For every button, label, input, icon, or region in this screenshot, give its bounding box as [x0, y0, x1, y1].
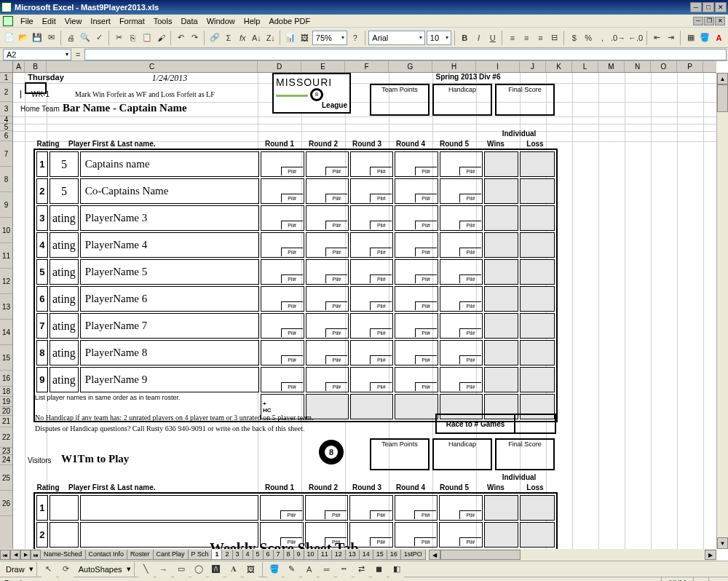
wins-cell[interactable] — [484, 232, 518, 258]
select-all-cell[interactable] — [0, 61, 13, 73]
row-13[interactable]: 13 — [0, 294, 12, 320]
round-5-cell[interactable]: Pil# — [440, 340, 483, 365]
round-5-cell[interactable]: Pil# — [439, 495, 482, 521]
sheet-tab[interactable]: 13 — [345, 550, 360, 560]
formula-input[interactable] — [84, 49, 727, 60]
row-14[interactable]: 14 — [0, 320, 12, 345]
round-3-cell[interactable]: Pil# — [349, 495, 392, 521]
round-1-cell[interactable]: Pil# — [261, 313, 304, 339]
round-5-cell[interactable]: Pil# — [439, 522, 482, 548]
name-box[interactable]: A2 — [3, 49, 71, 60]
player-name-cell[interactable]: Captains name — [80, 151, 259, 177]
round-4-cell[interactable]: Pil# — [395, 522, 438, 548]
font-dropdown[interactable]: Arial — [368, 31, 425, 45]
row-22[interactable]: 22 — [0, 427, 12, 448]
wins-cell[interactable] — [484, 178, 518, 204]
row-24[interactable]: 24 — [0, 455, 12, 465]
round-1-cell[interactable]: Pil# — [261, 178, 304, 204]
fill-color-button[interactable]: 🪣 — [699, 30, 711, 46]
autosum-button[interactable]: Σ — [222, 30, 234, 46]
round-4-cell[interactable]: Pil# — [395, 340, 438, 365]
horizontal-scrollbar[interactable]: ◀ ▶ — [429, 550, 716, 560]
row-3[interactable]: 3 — [0, 102, 12, 116]
rating-cell[interactable]: ating — [50, 232, 79, 258]
borders-button[interactable]: ▦ — [684, 30, 697, 46]
merge-button[interactable]: ⊟ — [548, 30, 561, 46]
col-P[interactable]: P — [677, 61, 703, 72]
sheet-tab[interactable]: 9 — [293, 550, 304, 560]
loss-cell[interactable] — [520, 313, 555, 339]
wins-cell[interactable] — [484, 522, 519, 548]
round-5-cell[interactable]: Pil# — [440, 205, 483, 231]
email-button[interactable]: ✉ — [45, 30, 58, 46]
help-button[interactable]: ? — [349, 30, 361, 46]
player-name-cell[interactable]: PlayerName 5 — [80, 259, 259, 285]
player-name-cell[interactable]: PlayerName 7 — [80, 313, 259, 339]
cut-button[interactable]: ✂ — [113, 30, 125, 46]
arrow-button[interactable]: → — [156, 561, 172, 577]
rating-cell[interactable]: ating — [50, 286, 79, 312]
wordart-button[interactable]: 𝐀 — [226, 561, 242, 577]
3d-button[interactable]: ◧ — [389, 561, 405, 577]
doc-restore[interactable]: ❐ — [704, 17, 714, 25]
textbox-button[interactable]: 🅰 — [208, 561, 224, 577]
player-name-cell[interactable]: PlayerName 9 — [80, 367, 259, 392]
round-2-cell[interactable]: Pil# — [305, 495, 348, 521]
round-4-cell[interactable]: Pil# — [395, 259, 438, 285]
menu-tools[interactable]: Tools — [149, 17, 177, 25]
inc-indent-button[interactable]: ⇥ — [665, 30, 677, 46]
wins-cell[interactable] — [484, 313, 518, 339]
arrow-style-button[interactable]: ⇄ — [354, 561, 370, 577]
row-21[interactable]: 21 — [0, 416, 12, 427]
rating-cell[interactable]: ating — [50, 313, 79, 339]
round-2-cell[interactable]: Pil# — [306, 286, 349, 312]
loss-cell[interactable] — [520, 286, 555, 312]
grid[interactable]: Thursday 1/24/2013 WK-1 Mark Win Forfeit… — [13, 73, 716, 549]
align-right-button[interactable]: ≡ — [534, 30, 547, 46]
tab-prev-button[interactable]: ◀ — [10, 550, 20, 560]
sheet-tab[interactable]: 2 — [221, 550, 232, 560]
round-1-cell[interactable]: Pil# — [261, 286, 304, 312]
print-preview-button[interactable]: 🔍 — [79, 30, 91, 46]
row-12[interactable]: 12 — [0, 269, 12, 294]
italic-button[interactable]: I — [472, 30, 485, 46]
sheet-tab[interactable]: 3 — [232, 550, 243, 560]
round-4-cell[interactable]: Pil# — [395, 367, 438, 392]
round-4-cell[interactable]: Pil# — [395, 151, 438, 177]
round-2-cell[interactable]: Pil# — [306, 151, 349, 177]
loss-cell[interactable] — [520, 259, 555, 285]
round-4-cell[interactable]: Pil# — [395, 205, 438, 231]
col-A[interactable]: A — [13, 61, 25, 72]
zoom-dropdown[interactable]: 75% — [312, 31, 347, 45]
hscroll-left-button[interactable]: ◀ — [429, 550, 440, 560]
line-button[interactable]: ╲ — [138, 561, 154, 577]
round-3-cell[interactable]: Pil# — [350, 151, 393, 177]
clipart-button[interactable]: 🖼 — [243, 561, 259, 577]
copy-button[interactable]: ⎘ — [127, 30, 139, 46]
menu-file[interactable]: File — [16, 17, 38, 25]
wins-cell[interactable] — [484, 286, 518, 312]
print-button[interactable]: 🖨 — [65, 30, 77, 46]
drawing-button[interactable]: 🖼 — [298, 30, 310, 46]
line-color-button[interactable]: ✎ — [284, 561, 300, 577]
player-name-cell[interactable]: PlayerName 8 — [80, 340, 259, 365]
font-color-button-2[interactable]: A — [301, 561, 317, 577]
sheet-tab[interactable]: 12 — [331, 550, 346, 560]
format-painter-button[interactable]: 🖌 — [155, 30, 167, 46]
round-3-cell[interactable]: Pil# — [350, 178, 393, 204]
col-J[interactable]: J — [520, 61, 546, 72]
new-button[interactable]: 📄 — [3, 30, 15, 46]
round-3-cell[interactable]: Pil# — [350, 367, 393, 392]
wins-cell[interactable] — [484, 151, 518, 177]
underline-button[interactable]: U — [486, 30, 499, 46]
free-rotate-button[interactable]: ⟳ — [58, 561, 74, 577]
comma-button[interactable]: , — [596, 30, 609, 46]
col-G[interactable]: G — [389, 61, 432, 72]
row-5[interactable]: 5 — [0, 124, 12, 131]
tab-last-button[interactable]: ⏭ — [31, 550, 41, 560]
round-2-cell[interactable]: Pil# — [306, 205, 349, 231]
round-5-cell[interactable]: Pil# — [440, 151, 483, 177]
tab-next-button[interactable]: ▶ — [20, 550, 31, 560]
fill-button[interactable]: 🪣 — [266, 561, 282, 577]
tab-first-button[interactable]: ⏮ — [0, 550, 10, 560]
